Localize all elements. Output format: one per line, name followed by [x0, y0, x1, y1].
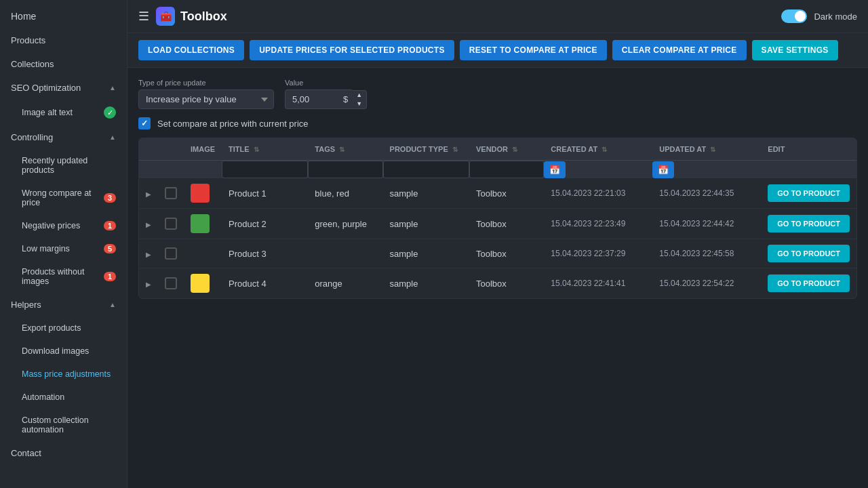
sidebar-item-contact[interactable]: Contact: [0, 441, 127, 465]
vendor-filter-input[interactable]: [469, 161, 544, 178]
type-cell-1: sample: [383, 209, 469, 239]
sidebar-section-controlling[interactable]: Controlling ▲: [0, 125, 127, 149]
updated-cell-3: 15.04.2023 22:54:22: [652, 268, 761, 299]
sidebar-image-alt-label: Image alt text: [22, 108, 73, 117]
row-checkbox-1[interactable]: [165, 218, 177, 230]
expand-button-0[interactable]: ▶: [146, 190, 151, 198]
filter-tags-col: [308, 161, 382, 179]
row-checkbox-2[interactable]: [165, 247, 177, 260]
load-collections-button[interactable]: LOAD COLLECTIONS: [138, 40, 244, 60]
table-body: ▶ Product 1 blue, red sample Toolbox 15.…: [139, 178, 856, 298]
tags-filter-input[interactable]: [308, 161, 382, 178]
title-cell-1: Product 2: [222, 209, 308, 239]
expand-cell-2: ▶: [139, 239, 158, 268]
updated-cell-0: 15.04.2023 22:44:35: [652, 178, 761, 209]
sidebar-item-wrong-compare[interactable]: Wrong compare at price 3: [11, 182, 127, 214]
table-filter-row: 📅 📅: [139, 161, 856, 179]
sidebar-section-seo[interactable]: SEO Optimization ▲: [0, 76, 127, 100]
sidebar-item-recently-updated[interactable]: Recently updated products: [11, 149, 127, 182]
type-cell-2: sample: [383, 239, 469, 268]
go-to-product-button-3[interactable]: GO TO PRODUCT: [768, 274, 850, 292]
compare-checkbox[interactable]: [138, 117, 151, 129]
type-filter-input[interactable]: [383, 161, 469, 178]
created-cell-0: 15.04.2023 22:21:03: [544, 178, 652, 209]
spin-up-button[interactable]: ▲: [352, 91, 366, 100]
expand-button-2[interactable]: ▶: [146, 251, 151, 258]
save-settings-button[interactable]: SAVE SETTINGS: [752, 40, 838, 60]
dark-mode-label: Dark mode: [814, 12, 857, 22]
tags-cell-2: [308, 239, 382, 268]
sidebar-item-home[interactable]: Home: [0, 0, 127, 28]
sidebar-item-negative-prices[interactable]: Negative prices 1: [11, 214, 127, 237]
type-cell-0: sample: [383, 178, 469, 209]
title-sort-icon[interactable]: ⇅: [254, 146, 259, 153]
compare-checkbox-row: Set compare at price with current price: [138, 117, 857, 129]
check-cell-2: [158, 239, 184, 268]
title-filter-input[interactable]: [222, 161, 308, 178]
main-content: ☰ 🧰 Toolbox Dark mode LOAD COLLECTIONS U…: [127, 0, 868, 488]
updated-sort-icon[interactable]: ⇅: [710, 146, 715, 153]
updated-calendar-button[interactable]: 📅: [652, 161, 674, 178]
hamburger-icon[interactable]: ☰: [138, 9, 149, 24]
th-product-type: PRODUCT TYPE ⇅: [383, 138, 469, 161]
filter-type-col: [383, 161, 469, 179]
value-input-group: $ ▲ ▼: [285, 89, 367, 109]
dark-mode-toggle[interactable]: [781, 9, 807, 23]
low-margins-badge: 5: [104, 244, 116, 253]
value-input[interactable]: [285, 89, 339, 109]
reset-compare-button[interactable]: RESET TO COMPARE AT PRICE: [460, 40, 607, 60]
table-row: ▶ Product 2 green, purple sample Toolbox…: [139, 209, 856, 239]
sidebar-item-custom-collection[interactable]: Custom collection automation: [11, 409, 127, 441]
filter-edit-col: [761, 161, 856, 179]
row-checkbox-3[interactable]: [165, 277, 177, 289]
image-cell-2: [184, 239, 222, 268]
vendor-cell-0: Toolbox: [469, 178, 544, 209]
update-prices-button[interactable]: UPDATE PRICES FOR SELECTED PRODUCTS: [250, 40, 454, 60]
table-row: ▶ Product 3 sample Toolbox 15.04.2023 22…: [139, 239, 856, 268]
filter-updated-col: 📅: [652, 161, 761, 179]
logo-icon: 🧰: [156, 7, 175, 26]
sidebar-item-automation[interactable]: Automation: [11, 386, 127, 409]
sidebar: Home Products Collections SEO Optimizati…: [0, 0, 127, 488]
type-sort-icon[interactable]: ⇅: [452, 146, 458, 153]
sidebar-item-products[interactable]: Products: [0, 28, 127, 52]
sidebar-helpers-label: Helpers: [11, 300, 41, 310]
go-to-product-button-2[interactable]: GO TO PRODUCT: [768, 245, 850, 262]
table-header-row: IMAGE TITLE ⇅ TAGS ⇅ PRODUCT TYPE ⇅ VEND…: [139, 138, 856, 161]
sidebar-item-products-no-images[interactable]: Products without images 1: [11, 260, 127, 293]
color-swatch-3: [191, 274, 210, 293]
table-row: ▶ Product 1 blue, red sample Toolbox 15.…: [139, 178, 856, 209]
expand-button-3[interactable]: ▶: [146, 281, 151, 288]
chevron-up-icon: ▲: [109, 134, 116, 141]
sidebar-item-low-margins[interactable]: Low margins 5: [11, 237, 127, 260]
vendor-cell-3: Toolbox: [469, 268, 544, 299]
sidebar-item-mass-price[interactable]: Mass price adjustments: [11, 363, 127, 386]
created-sort-icon[interactable]: ⇅: [601, 146, 607, 153]
sidebar-item-image-alt[interactable]: Image alt text ✓: [11, 100, 127, 125]
tags-sort-icon[interactable]: ⇅: [339, 146, 344, 153]
controls-row: Type of price update Increase price by v…: [138, 79, 857, 109]
go-to-product-button-1[interactable]: GO TO PRODUCT: [768, 215, 850, 232]
vendor-sort-icon[interactable]: ⇅: [512, 146, 517, 153]
table: IMAGE TITLE ⇅ TAGS ⇅ PRODUCT TYPE ⇅ VEND…: [139, 138, 856, 298]
sidebar-section-helpers[interactable]: Helpers ▲: [0, 293, 127, 317]
th-updated-at: UPDATED AT ⇅: [652, 138, 761, 161]
price-update-type-select[interactable]: Increase price by value: [138, 89, 274, 109]
tags-cell-3: orange: [308, 268, 382, 299]
sidebar-seo-label: SEO Optimization: [11, 83, 81, 93]
sidebar-item-export-products[interactable]: Export products: [11, 317, 127, 340]
topbar: ☰ 🧰 Toolbox Dark mode: [127, 0, 868, 33]
expand-button-1[interactable]: ▶: [146, 221, 151, 228]
clear-compare-button[interactable]: CLEAR COMPARE AT PRICE: [612, 40, 747, 60]
sidebar-item-download-images[interactable]: Download images: [11, 340, 127, 363]
sidebar-export-products-label: Export products: [22, 323, 81, 333]
created-calendar-button[interactable]: 📅: [544, 161, 566, 178]
color-swatch-1: [191, 214, 210, 233]
go-to-product-button-0[interactable]: GO TO PRODUCT: [768, 184, 850, 202]
filter-vendor-col: [469, 161, 544, 179]
spin-down-button[interactable]: ▼: [352, 100, 366, 108]
wrong-compare-badge: 3: [104, 193, 116, 203]
sidebar-item-collections[interactable]: Collections: [0, 52, 127, 76]
tags-cell-0: blue, red: [308, 178, 382, 209]
row-checkbox-0[interactable]: [165, 187, 177, 199]
